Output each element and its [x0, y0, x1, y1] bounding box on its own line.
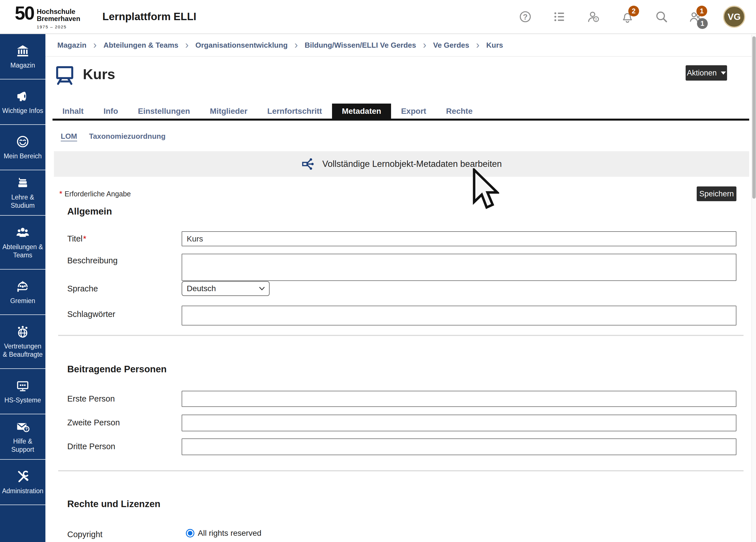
- svg-text:?: ?: [523, 13, 528, 21]
- dritte-person-label: Dritte Person: [67, 438, 182, 455]
- tab-bar: Inhalt Info Einstellungen Mitglieder Ler…: [53, 104, 749, 121]
- breadcrumb-item-abteilungen-teams[interactable]: Abteilungen & Teams: [104, 41, 179, 50]
- form-row-zweite-person: Zweite Person: [67, 415, 736, 431]
- breadcrumb-item-kurs[interactable]: Kurs: [486, 41, 503, 50]
- user-avatar[interactable]: VG: [723, 6, 745, 28]
- actions-button[interactable]: Aktionen: [686, 65, 727, 81]
- help-button[interactable]: ?: [519, 10, 532, 23]
- breadcrumb-separator: ›: [423, 40, 426, 50]
- breadcrumb-separator: ›: [295, 40, 298, 50]
- schlagwoerter-input[interactable]: [182, 306, 736, 325]
- tab-metadaten[interactable]: Metadaten: [332, 104, 391, 119]
- megaphone-icon: [16, 89, 30, 103]
- zweite-person-input[interactable]: [182, 415, 736, 431]
- search-button[interactable]: [655, 10, 668, 23]
- required-hint-text: Erforderliche Angabe: [65, 190, 131, 198]
- form-actions-row: *Erforderliche Angabe Speichern: [59, 186, 736, 201]
- sidebar-item-gremien[interactable]: Gremien: [0, 270, 45, 315]
- radio-selected-dot: [188, 531, 192, 535]
- caret-down-icon: [721, 72, 726, 75]
- tab-lernfortschritt[interactable]: Lernfortschritt: [257, 104, 332, 119]
- sidebar-item-label: Vertretungen & Beauftragte: [1, 342, 44, 359]
- form-row-copyright: Copyright All rights reserved: [67, 526, 736, 539]
- breadcrumb-separator: ›: [476, 40, 479, 50]
- svg-text:!: !: [595, 17, 597, 22]
- sidebar-item-label: Abteilungen & Teams: [1, 243, 44, 259]
- course-easel-icon: [54, 64, 75, 85]
- monitor-password-icon: [16, 379, 30, 393]
- section-divider: [58, 470, 744, 471]
- titel-input[interactable]: [182, 231, 736, 246]
- form-row-beschreibung: Beschreibung: [67, 254, 736, 282]
- sidebar-item-hs-systeme[interactable]: HS-Systeme: [0, 369, 45, 414]
- breadcrumb: Magazin › Abteilungen & Teams › Organisa…: [45, 34, 751, 57]
- user-status-icon: !: [587, 10, 600, 23]
- vertical-scrollbar[interactable]: [751, 35, 756, 542]
- schlagwoerter-label: Schlagwörter: [67, 306, 182, 325]
- scrollbar-thumb[interactable]: [752, 36, 756, 199]
- beschreibung-textarea[interactable]: [182, 254, 736, 281]
- sidebar-item-label: Lehre & Studium: [1, 193, 44, 210]
- task-list-button[interactable]: [553, 10, 566, 23]
- mail-question-icon: ?: [16, 420, 30, 434]
- tab-einstellungen[interactable]: Einstellungen: [128, 104, 200, 119]
- contacts-button[interactable]: 1 1: [689, 10, 702, 23]
- copyright-radio[interactable]: [186, 529, 194, 537]
- sidebar-item-administration[interactable]: Administration: [0, 460, 45, 505]
- erste-person-label: Erste Person: [67, 391, 182, 407]
- sprache-label: Sprache: [67, 281, 182, 296]
- required-hint: *Erforderliche Angabe: [59, 190, 131, 198]
- tab-rechte[interactable]: Rechte: [436, 104, 482, 119]
- sidebar-item-label: Gremien: [10, 297, 35, 305]
- sidebar-item-hilfe-support[interactable]: ? Hilfe & Support: [0, 414, 45, 460]
- section-divider: [58, 335, 744, 336]
- page-title: Kurs: [83, 66, 115, 83]
- subtab-lom[interactable]: LOM: [61, 132, 77, 141]
- sidebar-item-lehre-studium[interactable]: Lehre & Studium: [0, 170, 45, 216]
- sidebar-item-label: Magazin: [11, 61, 35, 70]
- tab-info[interactable]: Info: [94, 104, 128, 119]
- sidebar-item-abteilungen-teams[interactable]: Abteilungen & Teams: [0, 216, 45, 270]
- section-heading-beitragende-personen: Beitragende Personen: [67, 364, 167, 375]
- titel-required-asterisk: *: [83, 234, 86, 243]
- breadcrumb-separator: ›: [93, 40, 97, 50]
- zweite-person-label: Zweite Person: [67, 415, 182, 431]
- logo-anniversary: 1975 – 2025: [37, 24, 80, 29]
- university-logo: 50 Hochschule Bremerhaven 1975 – 2025: [15, 4, 80, 29]
- subtab-taxonomiezuordnung[interactable]: Taxonomiezuordnung: [89, 132, 166, 141]
- sidebar-item-wichtige-infos[interactable]: Wichtige Infos: [0, 79, 45, 125]
- books-icon: [16, 176, 30, 190]
- copyright-label: Copyright: [67, 526, 182, 539]
- save-button[interactable]: Speichern: [697, 186, 736, 201]
- sidebar-item-label: HS-Systeme: [4, 396, 41, 404]
- breadcrumb-item-bildung-wissen[interactable]: Bildung/Wissen/ELLI Ve Gerdes: [305, 41, 416, 50]
- form-row-dritte-person: Dritte Person: [67, 438, 736, 455]
- help-icon: ?: [519, 10, 532, 23]
- form-row-schlagwoerter: Schlagwörter: [67, 306, 736, 325]
- tab-mitglieder[interactable]: Mitglieder: [200, 104, 257, 119]
- titel-label: Titel*: [67, 231, 182, 246]
- svg-text:?: ?: [25, 427, 28, 431]
- tab-inhalt[interactable]: Inhalt: [53, 104, 94, 119]
- sprache-selected-value: Deutsch: [187, 284, 216, 293]
- edit-full-metadata-banner[interactable]: Vollständige Lernobjekt-Metadaten bearbe…: [54, 151, 749, 177]
- breadcrumb-item-magazin[interactable]: Magazin: [57, 41, 87, 50]
- contacts-sub-badge: 1: [697, 18, 708, 29]
- sprache-select[interactable]: Deutsch: [182, 281, 270, 296]
- search-icon: [655, 10, 668, 23]
- erste-person-input[interactable]: [182, 391, 736, 407]
- breadcrumb-item-organisationsentwicklung[interactable]: Organisationsentwicklung: [195, 41, 287, 50]
- dritte-person-input[interactable]: [182, 438, 736, 455]
- sidebar-item-vertretungen-beauftragte[interactable]: Vertretungen & Beauftragte: [0, 315, 45, 369]
- user-status-button[interactable]: !: [587, 10, 600, 23]
- logo-institution-line2: Bremerhaven: [37, 15, 80, 22]
- tools-icon: [16, 469, 30, 484]
- contacts-badge: 1: [696, 6, 707, 16]
- sidebar-item-mein-bereich[interactable]: Mein Bereich: [0, 125, 45, 170]
- breadcrumb-item-ve-gerdes[interactable]: Ve Gerdes: [433, 41, 469, 50]
- tab-export[interactable]: Export: [391, 104, 436, 119]
- notifications-button[interactable]: 2: [621, 10, 634, 23]
- sidebar-item-magazin[interactable]: Magazin: [0, 34, 45, 79]
- copyright-option-label: All rights reserved: [198, 529, 261, 538]
- chevron-down-icon: [259, 287, 265, 291]
